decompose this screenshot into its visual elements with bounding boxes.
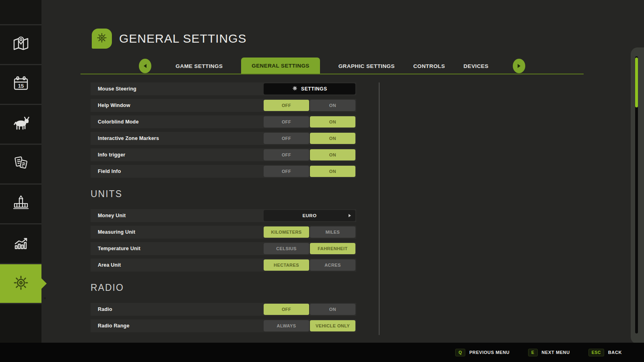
content-scrollbar[interactable] bbox=[379, 82, 380, 335]
tab-general-settings[interactable]: GENERAL SETTINGS bbox=[241, 58, 320, 74]
toggle-option[interactable]: ON bbox=[310, 100, 355, 111]
settings-row: Measuring Unit KILOMETERSMILES bbox=[91, 226, 356, 239]
active-pointer-dot bbox=[44, 297, 46, 299]
toggle-option[interactable]: OFF bbox=[264, 116, 309, 128]
sidebar-item-contracts[interactable] bbox=[0, 145, 41, 185]
key-hint: ESC BACK bbox=[588, 349, 622, 356]
key-badge: Q bbox=[455, 349, 465, 356]
settings-row: Radio OFFON bbox=[91, 303, 356, 316]
calendar-icon: 15 bbox=[11, 74, 31, 95]
toggle-option[interactable]: ON bbox=[310, 304, 355, 315]
tab-devices[interactable]: DEVICES bbox=[464, 63, 489, 69]
toggle-option[interactable]: ACRES bbox=[310, 259, 355, 271]
setting-label: Radio bbox=[91, 306, 264, 312]
key-hint: E NEXT MENU bbox=[528, 349, 570, 356]
gear-icon bbox=[292, 85, 298, 93]
toggle-switch: OFFON bbox=[264, 304, 355, 315]
setting-control: OFFON bbox=[264, 149, 355, 160]
gear-icon bbox=[95, 31, 108, 46]
settings-button[interactable]: SETTINGS bbox=[264, 83, 355, 95]
toggle-switch: OFFON bbox=[264, 149, 355, 160]
prev-tab-button[interactable] bbox=[139, 59, 151, 73]
settings-row: Help Window OFFON bbox=[91, 99, 356, 112]
setting-control: EURO bbox=[264, 210, 355, 221]
setting-label: Info trigger bbox=[91, 152, 264, 158]
toggle-option[interactable]: OFF bbox=[264, 304, 309, 315]
toggle-option[interactable]: VEHICLE ONLY bbox=[310, 320, 355, 331]
setting-label: Mouse Steering bbox=[91, 86, 264, 92]
setting-control: ALWAYSVEHICLE ONLY bbox=[264, 320, 355, 331]
setting-label: Help Window bbox=[91, 103, 264, 108]
toggle-switch: CELSIUSFAHRENHEIT bbox=[264, 243, 355, 254]
setting-control: OFFON bbox=[264, 116, 355, 128]
toggle-option[interactable]: OFF bbox=[264, 149, 309, 160]
toggle-switch: OFFON bbox=[264, 133, 355, 144]
toggle-option[interactable]: ON bbox=[310, 149, 355, 160]
map-icon bbox=[11, 34, 31, 55]
tab-controls[interactable]: CONTROLS bbox=[413, 63, 445, 69]
section-title: UNITS bbox=[91, 188, 356, 200]
toggle-option[interactable]: ON bbox=[310, 116, 355, 128]
sidebar-item-settings[interactable] bbox=[0, 264, 41, 304]
key-badge: ESC bbox=[588, 349, 604, 356]
settings-row: Money Unit EURO bbox=[91, 209, 356, 222]
setting-label: Temperature Unit bbox=[91, 246, 264, 251]
toggle-option[interactable]: MILES bbox=[310, 226, 355, 238]
toggle-option[interactable]: CELSIUS bbox=[264, 243, 309, 254]
svg-text:15: 15 bbox=[18, 83, 23, 89]
toggle-option[interactable]: OFF bbox=[264, 100, 309, 111]
setting-label: Radio Range bbox=[91, 323, 264, 329]
page-scrollbar-thumb[interactable] bbox=[635, 58, 638, 107]
settings-list: Mouse Steering SETTINGS Help Window OFFO… bbox=[91, 82, 356, 336]
key-hint: Q PREVIOUS MENU bbox=[455, 349, 510, 356]
toggle-option[interactable]: OFF bbox=[264, 133, 309, 144]
toggle-option[interactable]: ON bbox=[310, 133, 355, 144]
settings-row: Mouse Steering SETTINGS bbox=[91, 82, 356, 95]
settings-row: Temperature Unit CELSIUSFAHRENHEIT bbox=[91, 242, 356, 255]
sidebar-item-map[interactable] bbox=[0, 25, 41, 65]
page-title-badge bbox=[92, 29, 112, 49]
settings-row: Interactive Zone Markers OFFON bbox=[91, 132, 356, 145]
toggle-option[interactable]: HECTARES bbox=[264, 259, 309, 271]
toggle-switch: ALWAYSVEHICLE ONLY bbox=[264, 320, 355, 331]
tab-graphic-settings[interactable]: GRAPHIC SETTINGS bbox=[339, 63, 395, 69]
page-scrollbar bbox=[631, 47, 644, 344]
section-title: RADIO bbox=[91, 282, 356, 293]
toggle-switch: OFFON bbox=[264, 100, 355, 111]
dropdown-value: EURO bbox=[302, 213, 316, 218]
setting-label: Interactive Zone Markers bbox=[91, 136, 264, 141]
key-hint-label: BACK bbox=[608, 350, 622, 355]
settings-row: Field Info OFFON bbox=[91, 165, 356, 178]
left-arrow-icon bbox=[144, 64, 147, 68]
setting-label: Area Unit bbox=[91, 262, 264, 268]
documents-icon bbox=[11, 154, 31, 175]
setting-label: Measuring Unit bbox=[91, 229, 264, 235]
toggle-option[interactable]: ON bbox=[310, 166, 355, 177]
toggle-option[interactable]: FAHRENHEIT bbox=[310, 243, 355, 254]
settings-row: Colorblind Mode OFFON bbox=[91, 115, 356, 128]
right-arrow-icon bbox=[518, 64, 520, 68]
toggle-option[interactable]: KILOMETERS bbox=[264, 226, 309, 238]
gear-icon bbox=[11, 273, 31, 294]
chevron-right-icon bbox=[349, 214, 351, 217]
tab-game-settings[interactable]: GAME SETTINGS bbox=[175, 63, 223, 69]
setting-control: HECTARESACRES bbox=[264, 259, 355, 271]
toggle-option[interactable]: ALWAYS bbox=[264, 320, 309, 331]
toggle-switch: KILOMETERSMILES bbox=[264, 226, 355, 238]
sidebar-item-calendar[interactable]: 15 bbox=[0, 65, 41, 105]
toggle-switch: HECTARESACRES bbox=[264, 259, 355, 271]
dropdown-select[interactable]: EURO bbox=[264, 210, 355, 221]
factory-icon bbox=[11, 193, 31, 214]
bottom-bar: Q PREVIOUS MENU E NEXT MENU ESC BACK bbox=[0, 343, 644, 362]
toggle-option[interactable]: OFF bbox=[264, 166, 309, 177]
tab-bar: GAME SETTINGSGENERAL SETTINGSGRAPHIC SET… bbox=[80, 58, 584, 74]
sidebar-item-animals[interactable] bbox=[0, 105, 41, 145]
sidebar-item-production[interactable] bbox=[0, 185, 41, 224]
chart-icon bbox=[11, 233, 31, 254]
setting-control: CELSIUSFAHRENHEIT bbox=[264, 243, 355, 254]
toggle-switch: OFFON bbox=[264, 116, 355, 128]
setting-label: Field Info bbox=[91, 169, 264, 174]
next-tab-button[interactable] bbox=[513, 59, 525, 73]
sidebar-spacer bbox=[0, 0, 41, 25]
sidebar-item-statistics[interactable] bbox=[0, 224, 41, 264]
